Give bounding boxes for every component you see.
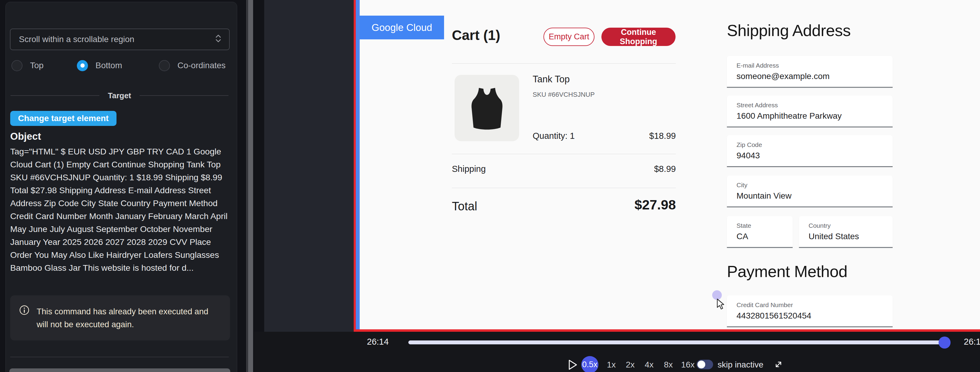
divider-line (11, 95, 99, 96)
street-field-label: Street Address (737, 102, 778, 109)
credit-card-field[interactable]: Credit Card Number 4432801561520454 (727, 295, 892, 327)
product-quantity: Quantity: 1 (533, 131, 575, 141)
email-field-label: E-mail Address (737, 62, 779, 69)
select-chevrons-icon (215, 35, 222, 45)
city-field[interactable]: City Mountain View (727, 176, 892, 208)
viewport-highlight-left-border (354, 0, 356, 329)
target-section-divider: Target (11, 91, 229, 100)
viewport-highlight-bottom-border (354, 329, 980, 332)
country-field-value: United States (808, 232, 859, 241)
email-field[interactable]: E-mail Address someone@example.com (727, 56, 892, 88)
speed-16x-button[interactable]: 16x (681, 360, 694, 370)
credit-card-field-label: Credit Card Number (737, 302, 793, 308)
timeline-thumb[interactable] (939, 337, 951, 348)
command-sidebar: Scroll within a scrollable region Top Bo… (5, 2, 237, 372)
product-price: $18.99 (649, 131, 676, 141)
country-field[interactable]: Country United States (799, 216, 892, 248)
empty-cart-button[interactable]: Empty Cart (543, 28, 595, 46)
shipping-cost-value: $8.99 (654, 164, 676, 174)
zip-field-label: Zip Code (737, 141, 762, 148)
google-cloud-badge: Google Cloud (360, 16, 444, 39)
shipping-cost-label: Shipping (452, 164, 486, 174)
toggle-knob (697, 361, 705, 369)
state-field-value: CA (737, 232, 748, 241)
end-time: 26:1 (964, 337, 980, 347)
cart-title: Cart (1) (452, 27, 500, 43)
fullscreen-expand-icon[interactable] (773, 359, 784, 370)
radio-bottom-dot-icon (77, 60, 88, 71)
sidebar-divider (10, 357, 229, 357)
resizer-groove (246, 0, 248, 372)
total-value: $27.98 (635, 197, 676, 213)
object-heading: Object (10, 131, 41, 142)
email-field-value: someone@example.com (737, 72, 830, 81)
product-sku: SKU #66VCHSJNUP (533, 91, 595, 99)
radio-coordinates[interactable]: Co-ordinates (159, 60, 226, 71)
zip-field[interactable]: Zip Code 94043 (727, 135, 892, 167)
resizer-bar (248, 0, 253, 372)
state-field-label: State (737, 222, 751, 229)
radio-coordinates-label: Co-ordinates (177, 61, 226, 70)
zip-field-value: 94043 (737, 151, 760, 160)
product-image (455, 75, 519, 141)
continue-shopping-button[interactable]: Continue Shopping (601, 28, 676, 46)
replayed-shop-page: Google Cloud Cart (1) Empty Cart Continu… (356, 0, 980, 329)
current-time: 26:14 (367, 337, 389, 347)
cart-divider (452, 188, 676, 188)
notice-box: This command has already been executed a… (10, 295, 230, 340)
speed-0.5x-button[interactable]: 0.5x (581, 356, 598, 372)
radio-bottom[interactable]: Bottom (77, 60, 122, 71)
object-text: Tag="HTML" $ EUR USD JPY GBP TRY CAD 1 G… (10, 145, 231, 275)
total-label: Total (452, 200, 477, 213)
change-target-button[interactable]: Change target element (10, 111, 116, 126)
app-root: Scroll within a scrollable region Top Bo… (0, 0, 980, 372)
product-name: Tank Top (533, 74, 570, 85)
city-field-value: Mountain View (737, 191, 791, 201)
speed-2x-button[interactable]: 2x (626, 360, 635, 370)
player-bar (254, 332, 980, 372)
action-select-value: Scroll within a scrollable region (19, 35, 215, 44)
notice-text: This command has already been executed a… (37, 305, 219, 331)
shipping-address-heading: Shipping Address (727, 21, 851, 40)
speed-1x-button[interactable]: 1x (607, 360, 616, 370)
scroll-region-highlight (356, 0, 360, 329)
panel-resizer-handle[interactable] (246, 0, 254, 372)
target-section-label: Target (108, 91, 131, 101)
radio-coordinates-dot-icon (159, 60, 170, 71)
play-button[interactable] (568, 359, 578, 370)
mouse-cursor (712, 286, 733, 311)
credit-card-field-value: 4432801561520454 (737, 311, 811, 321)
action-select[interactable]: Scroll within a scrollable region (10, 29, 230, 50)
payment-method-heading: Payment Method (727, 262, 847, 281)
skip-inactive-label: skip inactive (718, 360, 764, 370)
scroll-position-radio-group: Top Bottom Co-ordinates (6, 60, 237, 72)
radio-top-label: Top (30, 61, 43, 70)
state-field[interactable]: State CA (727, 216, 793, 248)
info-icon (19, 305, 29, 331)
radio-top[interactable]: Top (11, 60, 43, 71)
street-field[interactable]: Street Address 1600 Amphitheatre Parkway (727, 96, 892, 128)
speed-8x-button[interactable]: 8x (664, 360, 673, 370)
sidebar-bottom-bar[interactable] (9, 369, 230, 372)
radio-top-dot-icon (11, 60, 22, 71)
tank-top-graphic (465, 80, 509, 137)
divider-line (140, 95, 229, 96)
cart-divider (452, 154, 676, 154)
skip-inactive-toggle[interactable] (697, 360, 713, 369)
country-field-label: Country (808, 222, 831, 229)
street-field-value: 1600 Amphitheatre Parkway (737, 111, 842, 121)
timeline-track[interactable] (408, 340, 945, 344)
speed-4x-button[interactable]: 4x (644, 360, 654, 370)
city-field-label: City (737, 182, 747, 189)
radio-bottom-label: Bottom (95, 61, 122, 70)
